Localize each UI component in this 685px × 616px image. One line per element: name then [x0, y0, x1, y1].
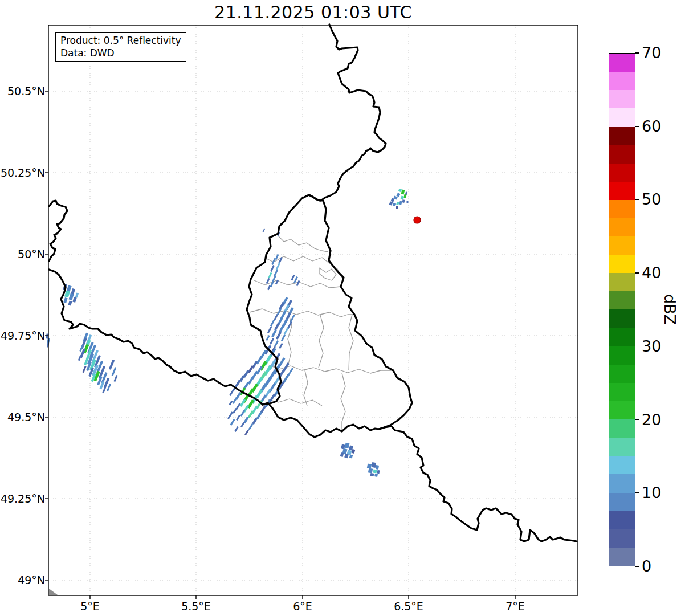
radar-site-marker [414, 217, 421, 223]
colorbar-segment [609, 401, 635, 419]
district-border [319, 268, 336, 280]
district-border [341, 373, 345, 431]
france-belgium-border [49, 270, 263, 405]
radar-echo-cell [367, 463, 372, 468]
corner-triangle [49, 589, 58, 595]
colorbar-tick-label: 70 [642, 45, 661, 60]
x-axis-tick-label: 5.5°E [170, 600, 222, 613]
radar-echo-cell [252, 418, 258, 425]
radar-echo-cell [233, 397, 238, 404]
reflectivity-colorbar [609, 53, 635, 566]
radar-echo-cell [373, 470, 377, 474]
y-axis-tick-label: 50°N [0, 248, 45, 260]
radar-echo-cell [68, 293, 74, 300]
radar-echo-cell [109, 360, 115, 370]
colorbar-tick-label: 20 [642, 412, 661, 427]
y-axis-tick-label: 49°N [0, 574, 45, 586]
radar-echo-cell [377, 470, 380, 474]
district-border [319, 315, 324, 368]
x-axis-tick-label: 5°E [64, 600, 116, 613]
radar-echo-cell [374, 474, 378, 477]
radar-echo-cell [78, 355, 82, 361]
colorbar-segment [609, 218, 635, 236]
radar-echo-cell [372, 462, 376, 468]
radar-echo-cell [396, 202, 399, 205]
france-belgium-givet-loop [49, 201, 67, 261]
radar-echo-cell [63, 297, 68, 303]
colorbar-tick [635, 199, 639, 200]
colorbar-tick-label: 0 [642, 558, 651, 574]
colorbar-segment [609, 346, 635, 365]
radar-echo-cell [290, 315, 295, 323]
radar-echo-cell [368, 468, 373, 473]
colorbar-segment [609, 548, 635, 566]
x-axis-tick-label: 6.5°E [383, 600, 434, 613]
radar-echo-cell [256, 411, 263, 419]
radar-echo-cell [82, 366, 86, 373]
radar-echo-cell [229, 390, 234, 396]
radar-echo-cell [389, 201, 393, 205]
radar-echo-cell [274, 270, 278, 276]
radar-echo-cell [112, 367, 117, 376]
colorbar-segment [609, 419, 635, 438]
radar-echo-cell [344, 443, 349, 449]
colorbar-segment [609, 72, 635, 90]
colorbar-segment [609, 474, 635, 492]
radar-echo-cell [283, 327, 288, 335]
radar-echo-cell [279, 343, 283, 349]
colorbar-segment [609, 200, 635, 218]
radar-echo-cell [274, 314, 278, 321]
colorbar-tick [635, 492, 639, 493]
belgium-germany-border [309, 25, 386, 201]
luxembourg-east-border [309, 195, 412, 429]
radar-echo-cell [402, 199, 405, 203]
radar-echo-cell [267, 285, 271, 291]
radar-echo-cell [72, 297, 77, 303]
colorbar-segment [609, 438, 635, 456]
colorbar-segment [609, 529, 635, 548]
colorbar-unit-label: dBZ [660, 292, 679, 327]
radar-echo-cell [405, 191, 407, 195]
district-border [349, 315, 353, 370]
radar-echo-cell [370, 473, 374, 476]
x-axis-tick-label: 6°E [277, 600, 328, 613]
radar-echo-cell [276, 262, 281, 270]
radar-echo-cell [234, 426, 239, 432]
radar-echo-cell [279, 302, 284, 310]
radar-echo-cell [113, 375, 117, 382]
colorbar-segment [609, 145, 635, 163]
radar-echo-cell [233, 408, 237, 414]
radar-echo-cell [270, 320, 275, 327]
colorbar-segment [609, 365, 635, 383]
colorbar-segment [609, 493, 635, 511]
colorbar-tick [635, 346, 639, 347]
plot-title: 21.11.2025 01:03 UTC [48, 2, 578, 22]
colorbar-tick-label: 60 [642, 119, 661, 134]
colorbar-segment [609, 383, 635, 401]
radar-echo-cell [270, 338, 274, 345]
radar-echo-cell [393, 203, 396, 206]
radar-map-canvas [0, 0, 685, 616]
colorbar-segment [609, 182, 635, 200]
radar-echo-cell [248, 410, 254, 418]
product-info-line: Product: 0.5° Reflectivity [60, 34, 181, 47]
colorbar-tick [635, 52, 639, 54]
radar-echo-cell [271, 329, 277, 337]
radar-echo-cell [268, 272, 272, 278]
radar-echo-cell [278, 324, 284, 333]
district-border [250, 309, 354, 317]
colorbar-segment [609, 273, 635, 291]
colorbar-segment [609, 291, 635, 309]
radar-echo-cell [236, 415, 240, 421]
colorbar-segment [609, 54, 635, 72]
colorbar-segment [609, 236, 635, 255]
radar-echo-cell [396, 193, 400, 197]
y-axis-tick-label: 50.25°N [0, 166, 45, 179]
colorbar-segment [609, 255, 635, 273]
colorbar-segment [609, 511, 635, 529]
radar-echo-cell [296, 280, 300, 286]
radar-echo-cell [274, 340, 279, 347]
product-info-box: Product: 0.5° Reflectivity Data: DWD [55, 32, 186, 62]
radar-echo-cell [349, 454, 353, 458]
radar-echo-cell [267, 327, 272, 333]
